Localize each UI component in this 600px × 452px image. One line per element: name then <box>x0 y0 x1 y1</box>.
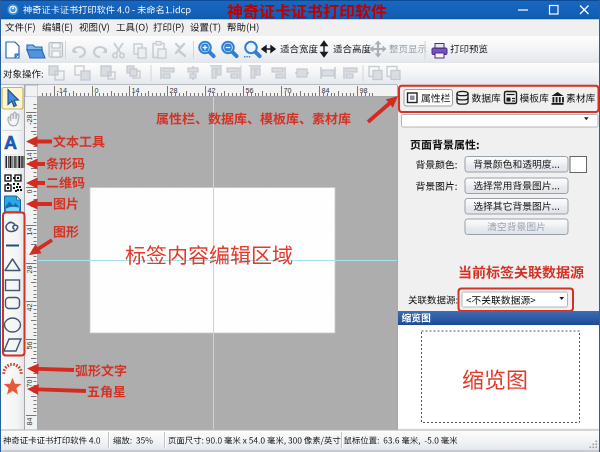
svg-text:56: 56 <box>246 86 254 95</box>
svg-text:42: 42 <box>208 86 216 95</box>
svg-text:A: A <box>4 133 17 153</box>
svg-text:56: 56 <box>25 342 34 350</box>
svg-text:70: 70 <box>284 86 292 95</box>
svg-text:42: 42 <box>25 304 34 312</box>
svg-text:-28: -28 <box>25 115 34 125</box>
svg-text:28: 28 <box>25 266 34 274</box>
svg-text:70: 70 <box>25 380 34 388</box>
svg-text:14: 14 <box>132 86 140 95</box>
svg-text:28: 28 <box>170 86 178 95</box>
svg-text:14: 14 <box>25 228 34 236</box>
svg-text:98: 98 <box>360 86 368 95</box>
svg-text:84: 84 <box>322 86 330 95</box>
svg-text:0: 0 <box>25 190 34 194</box>
svg-text:84: 84 <box>25 418 34 426</box>
